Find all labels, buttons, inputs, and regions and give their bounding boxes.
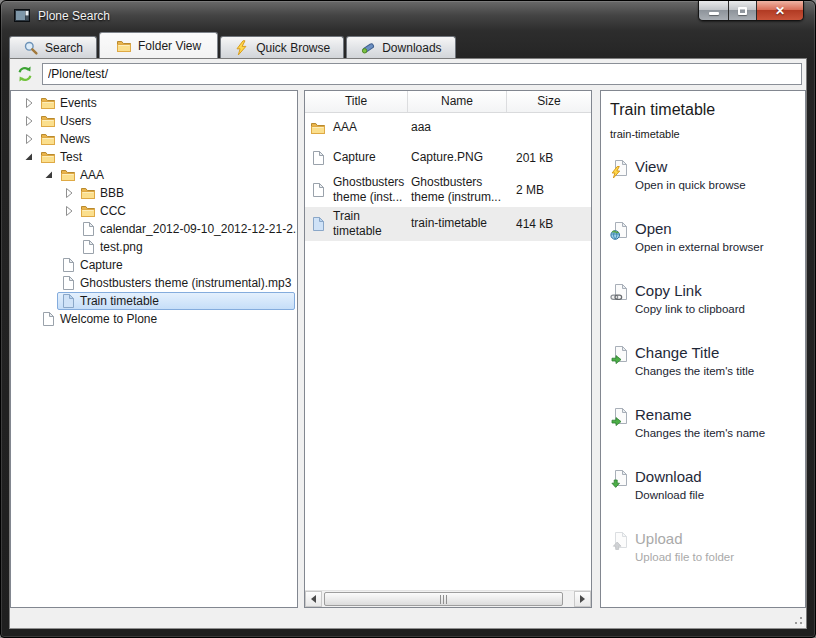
- table-header: TitleNameSize: [305, 91, 591, 113]
- cell-name: Ghostbusters theme (instrum...: [408, 175, 507, 205]
- tree-item-label: Users: [60, 114, 91, 128]
- title-bar[interactable]: Plone Search ✕: [9, 1, 807, 31]
- tab-downloads[interactable]: Downloads: [346, 36, 455, 58]
- tab-label: Downloads: [382, 41, 441, 55]
- tab-bar: SearchFolder ViewQuick BrowseDownloads: [9, 31, 807, 58]
- tree-item-aaa[interactable]: AAA: [11, 166, 297, 184]
- grip-icon: [440, 595, 448, 604]
- column-header-size[interactable]: Size: [507, 91, 591, 112]
- table-row-capture[interactable]: CaptureCapture.PNG201 kB: [305, 143, 591, 173]
- scrollbar-track[interactable]: [322, 591, 574, 607]
- file-icon: [40, 311, 56, 327]
- maximize-icon: [738, 7, 747, 15]
- table-row-train-timetable[interactable]: Train timetabletrain-timetable414 kB: [305, 207, 591, 241]
- action-label: Copy Link: [635, 281, 745, 301]
- expander-expanded-icon[interactable]: [21, 149, 37, 165]
- scrollbar-thumb[interactable]: [324, 592, 563, 606]
- action-description: Upload file to folder: [635, 550, 734, 565]
- tree-item-events[interactable]: Events: [11, 94, 297, 112]
- action-view[interactable]: ViewOpen in quick browse: [610, 157, 799, 193]
- column-header-name[interactable]: Name: [408, 91, 507, 112]
- folder-icon: [40, 95, 56, 111]
- table-body: AAAaaaCaptureCapture.PNG201 kBGhostbuste…: [305, 113, 591, 590]
- tab-quick-browse[interactable]: Quick Browse: [220, 36, 344, 58]
- address-input[interactable]: [42, 63, 802, 85]
- tab-search[interactable]: Search: [9, 36, 97, 58]
- downloads-icon: [360, 40, 376, 56]
- tree-item-test[interactable]: Test: [11, 148, 297, 166]
- table-row-ghostbusters-theme-inst[interactable]: Ghostbusters theme (inst...Ghostbusters …: [305, 173, 591, 207]
- cell-title: Capture: [333, 150, 405, 165]
- tree-item-label: Ghostbusters theme (instrumental).mp3: [80, 276, 291, 290]
- tree-item-users[interactable]: Users: [11, 112, 297, 130]
- tree-item-label: Test: [60, 150, 82, 164]
- tree-item-bbb[interactable]: BBB: [11, 184, 297, 202]
- expander-collapsed-icon[interactable]: [61, 203, 77, 219]
- details-title: Train timetable: [610, 101, 799, 119]
- scroll-left-button[interactable]: [305, 591, 322, 607]
- minimize-icon: [709, 12, 719, 15]
- tree-item-train-timetable[interactable]: Train timetable: [11, 292, 297, 310]
- search-icon: [23, 40, 39, 56]
- refresh-button[interactable]: [13, 62, 37, 86]
- action-label: Rename: [635, 405, 765, 425]
- cell-name: train-timetable: [408, 216, 507, 231]
- app-icon: [13, 7, 31, 25]
- tab-label: Folder View: [138, 39, 201, 53]
- refresh-icon: [16, 65, 34, 83]
- folder-icon: [80, 203, 96, 219]
- expander-spacer: [21, 311, 37, 327]
- tree-item-welcome-to-plone[interactable]: Welcome to Plone: [11, 310, 297, 328]
- tree-item-label: Events: [60, 96, 97, 110]
- expander-expanded-icon[interactable]: [41, 167, 57, 183]
- cell-title: Train timetable: [333, 209, 405, 239]
- tree-item-ccc[interactable]: CCC: [11, 202, 297, 220]
- action-description: Open in external browser: [635, 240, 763, 255]
- file-icon: [80, 239, 96, 255]
- tree-item-ghostbusters-theme-instrumental-mp3[interactable]: Ghostbusters theme (instrumental).mp3: [11, 274, 297, 292]
- arrow-right-icon: [580, 595, 585, 603]
- action-description: Open in quick browse: [635, 178, 746, 193]
- action-rename[interactable]: RenameChanges the item's name: [610, 405, 799, 441]
- tree-item-label: CCC: [100, 204, 126, 218]
- tree-item-label: Capture: [80, 258, 123, 272]
- tab-folder-view[interactable]: Folder View: [99, 32, 218, 58]
- tree-item-label: test.png: [100, 240, 143, 254]
- file-icon: [60, 275, 76, 291]
- column-header-title[interactable]: Title: [305, 91, 408, 112]
- expander-collapsed-icon[interactable]: [21, 113, 37, 129]
- folder-icon: [40, 149, 56, 165]
- file-blue-icon: [310, 216, 326, 232]
- minimize-button[interactable]: [699, 1, 729, 20]
- maximize-button[interactable]: [729, 1, 757, 20]
- expander-collapsed-icon[interactable]: [21, 95, 37, 111]
- toolbar: [10, 59, 806, 90]
- horizontal-scrollbar[interactable]: [305, 590, 591, 607]
- action-description: Changes the item's name: [635, 426, 765, 441]
- action-copy-link[interactable]: Copy LinkCopy link to clipboard: [610, 281, 799, 317]
- tree-item-test-png[interactable]: test.png: [11, 238, 297, 256]
- tree-item-news[interactable]: News: [11, 130, 297, 148]
- folder-icon: [310, 120, 326, 136]
- close-icon: ✕: [775, 4, 785, 18]
- action-change-title[interactable]: Change TitleChanges the item's title: [610, 343, 799, 379]
- tree-item-calendar-2012-09-10-2012-12-21-2[interactable]: calendar_2012-09-10_2012-12-21-2....: [11, 220, 297, 238]
- file-icon: [80, 221, 96, 237]
- expander-collapsed-icon[interactable]: [21, 131, 37, 147]
- cell-size: 2 MB: [507, 183, 591, 197]
- expander-collapsed-icon[interactable]: [61, 185, 77, 201]
- tree-item-capture[interactable]: Capture: [11, 256, 297, 274]
- scroll-right-button[interactable]: [574, 591, 591, 607]
- close-button[interactable]: ✕: [757, 1, 803, 20]
- action-label: Open: [635, 219, 763, 239]
- folder-tree-panel: EventsUsersNewsTestAAABBBCCCcalendar_201…: [10, 90, 298, 608]
- table-row-aaa[interactable]: AAAaaa: [305, 113, 591, 143]
- action-download[interactable]: DownloadDownload file: [610, 467, 799, 503]
- tab-label: Search: [45, 41, 83, 55]
- actions-list: ViewOpen in quick browseOpenOpen in exte…: [610, 157, 799, 565]
- action-open[interactable]: OpenOpen in external browser: [610, 219, 799, 255]
- window-controls: ✕: [698, 1, 804, 21]
- folder-icon: [60, 167, 76, 183]
- size-grip[interactable]: [791, 612, 804, 625]
- action-description: Download file: [635, 488, 704, 503]
